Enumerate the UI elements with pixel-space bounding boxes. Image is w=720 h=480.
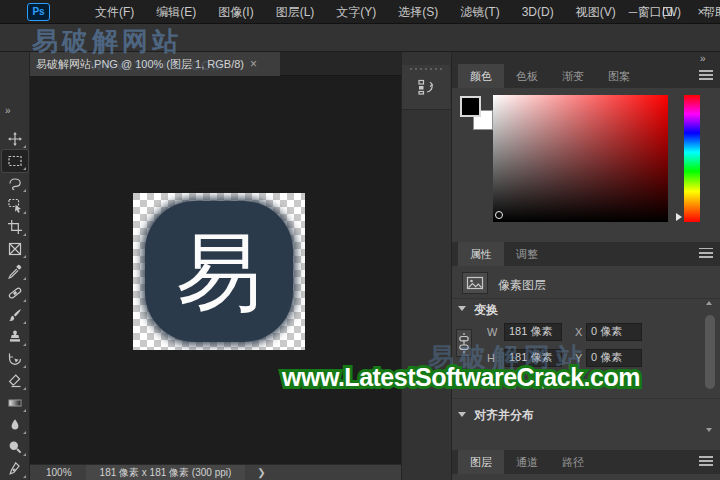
color-panel-header [452,52,720,64]
maximize-button[interactable] [658,1,676,23]
toolbar-tools [0,128,30,480]
divider [452,398,720,399]
tool-dodge[interactable] [2,436,28,458]
menu-file[interactable]: 文件(F) [95,4,134,21]
tool-pen[interactable] [2,458,28,480]
color-field[interactable] [493,95,668,222]
tab-properties[interactable]: 属性 [458,242,504,266]
width-value-input[interactable]: 181 像素 [504,323,562,341]
watermark-green-url: www.LatestSoftwareCrack.com www.LatestSo… [282,363,614,392]
scrollbar-thumb[interactable] [705,315,715,389]
toolbar-collapse-icon[interactable]: » [5,105,11,116]
status-chevron-icon[interactable]: ❯ [245,467,265,478]
status-bar: 100% 181 像素 x 181 像素 (300 ppi) ❯ [30,464,401,480]
watermark-faint: WWW.YPSITE.COM [90,58,224,73]
menu-edit[interactable]: 编辑(E) [156,4,196,21]
logo-character: 易 [176,229,262,315]
scroll-up-icon[interactable] [706,301,712,305]
tool-move[interactable] [2,128,28,150]
tool-crop[interactable] [2,216,28,238]
logo-image: 易 [145,201,293,342]
chevron-down-icon[interactable] [458,306,466,311]
menu-3d[interactable]: 3D(D) [522,5,554,19]
tool-frame[interactable] [2,238,28,260]
x-label: X [575,326,582,338]
tool-rectangular-marquee[interactable] [2,150,28,172]
layer-type-label: 像素图层 [498,277,546,294]
color-panel-menu-icon[interactable] [699,70,713,80]
document-dimensions: 181 像素 x 181 像素 (300 ppi) [86,465,246,480]
menu-layer[interactable]: 图层(L) [276,4,315,21]
menu-type[interactable]: 文字(Y) [336,4,376,21]
menu-image[interactable]: 图像(I) [218,4,253,21]
foreground-color-swatch[interactable] [460,96,481,117]
panel-dock: « [401,52,452,480]
tab-paths[interactable]: 路径 [550,450,596,474]
align-section-label[interactable]: 对齐并分布 [474,407,534,424]
tab-adjustments[interactable]: 调整 [504,242,550,266]
history-panel-icon [416,78,436,96]
tab-layers[interactable]: 图层 [458,450,504,474]
menu-view[interactable]: 视图(V) [576,4,616,21]
expand-panels-icon[interactable]: » [700,53,705,64]
tab-channels[interactable]: 通道 [504,450,550,474]
tab-swatches[interactable]: 色板 [504,64,550,88]
tool-gradient[interactable] [2,392,28,414]
tab-patterns[interactable]: 图案 [596,64,642,88]
color-field-cursor[interactable] [495,211,503,219]
pixel-layer-thumbnail [462,272,488,294]
minimize-button[interactable]: ─ [624,1,642,23]
photoshop-window: Ps 文件(F) 编辑(E) 图像(I) 图层(L) 文字(Y) 选择(S) 滤… [0,0,720,480]
zoom-level[interactable]: 100% [30,467,86,478]
menu-filter[interactable]: 滤镜(T) [460,4,499,21]
close-tab-icon[interactable]: × [250,57,257,71]
scroll-down-icon[interactable] [706,428,712,432]
canvas-area[interactable]: 易 [30,76,401,464]
tool-history-brush[interactable] [2,348,28,370]
watermark-blue-top: 易破解网站 [32,24,182,59]
toolbar: » [0,52,30,480]
tool-object-selection[interactable] [2,194,28,216]
tab-gradients[interactable]: 渐变 [550,64,596,88]
maximize-icon [663,7,672,16]
properties-panel-menu-icon[interactable] [699,248,713,258]
tool-clone-stamp[interactable] [2,326,28,348]
watermark-green-text: www.LatestSoftwareCrack.com [282,363,640,391]
collapsed-panel-button[interactable] [402,65,450,110]
layers-panel-menu-icon[interactable] [699,456,713,466]
window-controls: ─ × [624,0,710,24]
hue-slider[interactable] [684,95,700,222]
tool-blur[interactable] [2,414,28,436]
x-value-input[interactable]: 0 像素 [586,323,642,341]
transform-section-label[interactable]: 变换 [474,302,498,319]
image-icon [466,276,484,290]
tab-color[interactable]: 颜色 [458,64,504,88]
tool-brush[interactable] [2,304,28,326]
tool-lasso[interactable] [2,172,28,194]
tool-spot-healing[interactable] [2,282,28,304]
tool-eraser[interactable] [2,370,28,392]
menu-select[interactable]: 选择(S) [398,4,438,21]
photoshop-logo-icon[interactable]: Ps [27,3,50,21]
chevron-down-icon[interactable] [458,412,466,417]
divider [452,298,720,299]
document-canvas[interactable]: 易 [133,193,305,350]
hue-slider-handle[interactable] [676,213,682,221]
close-button[interactable]: × [692,1,710,23]
tool-eyedropper[interactable] [2,260,28,282]
w-label: W [487,326,497,338]
menu-bar: Ps 文件(F) 编辑(E) 图像(I) 图层(L) 文字(Y) 选择(S) 滤… [0,0,720,24]
